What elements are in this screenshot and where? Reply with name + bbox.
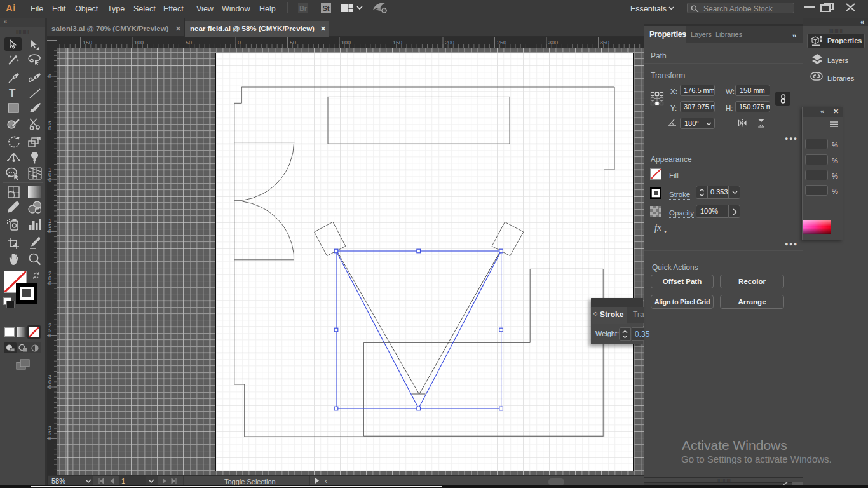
svg-text:0: 0: [48, 228, 51, 234]
svg-text:0: 0: [48, 332, 51, 339]
svg-text:350: 350: [600, 39, 609, 46]
svg-text:150: 150: [393, 39, 402, 46]
svg-text:50: 50: [186, 39, 192, 46]
svg-text:0: 0: [48, 384, 51, 390]
svg-text:0: 0: [48, 73, 51, 79]
svg-text:0: 0: [48, 435, 51, 442]
svg-text:0: 0: [48, 177, 51, 183]
svg-text:100: 100: [134, 39, 144, 46]
svg-text:150: 150: [83, 39, 92, 46]
svg-text:200: 200: [445, 39, 454, 46]
svg-text:250: 250: [497, 39, 506, 46]
svg-text:100: 100: [341, 39, 351, 46]
svg-text:0: 0: [48, 280, 51, 287]
svg-text:300: 300: [548, 39, 558, 46]
svg-text:0: 0: [238, 39, 241, 46]
svg-text:50: 50: [290, 39, 296, 46]
svg-text:0: 0: [48, 125, 51, 132]
